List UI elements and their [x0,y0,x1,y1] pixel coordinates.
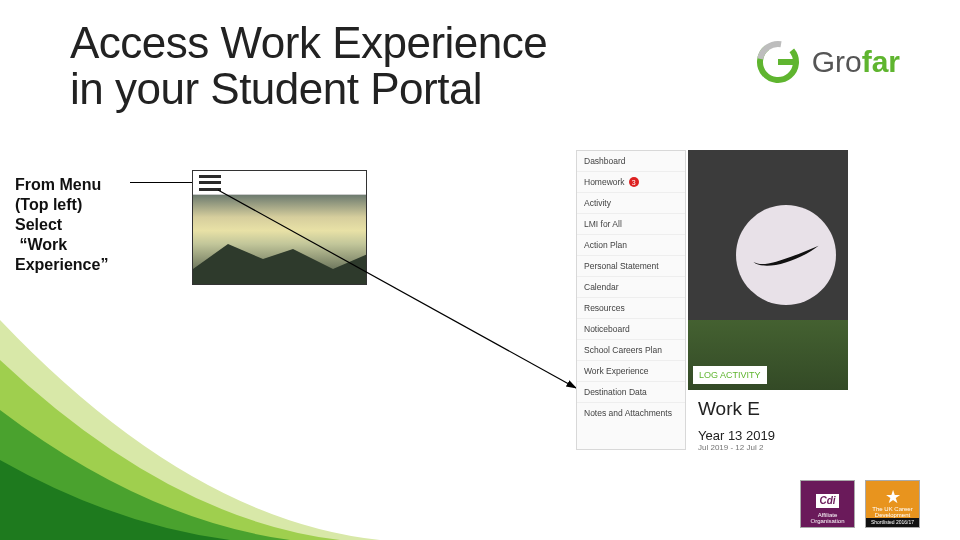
caption-line: “Work [15,235,130,255]
sidebar-item-notes: Notes and Attachments [577,403,685,423]
sidebar-item-destination-data: Destination Data [577,382,685,403]
cdi-logo-text: Cdi [816,494,838,508]
hamburger-icon [199,175,221,191]
svg-rect-2 [778,59,794,65]
brand-wordmark: Grofar [812,45,900,79]
cdi-caption: Affiliate Organisation [804,512,851,524]
sidebar-item-label: LMI for All [584,219,622,229]
sidebar-item-label: Action Plan [584,240,627,250]
ball-image [736,205,836,305]
sidebar-item-label: Personal Statement [584,261,659,271]
log-activity-button: LOG ACTIVITY [693,366,767,384]
sidebar-item-work-experience: Work Experience [577,361,685,382]
sidebar-item-resources: Resources [577,298,685,319]
corner-decoration [0,320,380,540]
sidebar-item-activity: Activity [577,193,685,214]
instruction-caption: From Menu (Top left) Select “Work Experi… [15,175,130,275]
cda-badge: ★ The UK Career Development Awards Short… [865,480,920,528]
sidebar-item-personal-statement: Personal Statement [577,256,685,277]
sidebar-item-label: School Careers Plan [584,345,662,355]
caption-line: Select [15,215,130,235]
mobile-background-image [193,195,366,284]
sidebar-item-lmi: LMI for All [577,214,685,235]
sidebar-item-label: Activity [584,198,611,208]
sidebar-item-dashboard: Dashboard [577,151,685,172]
sidebar-item-noticeboard: Noticeboard [577,319,685,340]
star-icon: ★ [885,488,901,506]
content-panel: Work E Year 13 2019 Jul 2019 - 12 Jul 2 [688,390,848,450]
date-range: Jul 2019 - 12 Jul 2 [698,443,838,450]
sidebar-item-label: Noticeboard [584,324,630,334]
mobile-screenshot [192,170,367,285]
caption-line: Experience” [15,255,130,275]
cda-bottom: Shortlisted 2016/17 [866,518,919,527]
sidebar-item-careers-plan: School Careers Plan [577,340,685,361]
grofar-g-icon [754,38,802,86]
connector-line [130,182,192,183]
sidebar-menu-screenshot: Dashboard Homework3 Activity LMI for All… [576,150,686,450]
sidebar-item-homework: Homework3 [577,172,685,193]
caption-line: From Menu [15,175,130,195]
work-experience-heading: Work E [698,398,838,420]
slide: Access Work Experience in your Student P… [0,0,960,540]
brand-gro: Gro [812,45,862,78]
content-screenshot: LOG ACTIVITY Work E Year 13 2019 Jul 201… [688,150,848,450]
slide-title: Access Work Experience in your Student P… [70,20,550,112]
cdi-badge: Cdi Affiliate Organisation [800,480,855,528]
sidebar-item-label: Work Experience [584,366,649,376]
footer-badges: Cdi Affiliate Organisation ★ The UK Care… [800,480,920,528]
caption-line: (Top left) [15,195,130,215]
sidebar-item-label: Destination Data [584,387,647,397]
year-line: Year 13 2019 [698,428,838,443]
svg-marker-3 [193,244,367,284]
sidebar-item-label: Resources [584,303,625,313]
notification-badge: 3 [629,177,639,187]
brand-logo: Grofar [754,38,900,86]
brand-far: far [862,45,900,78]
sidebar-item-label: Notes and Attachments [584,408,672,418]
sidebar-item-action-plan: Action Plan [577,235,685,256]
mobile-topbar [193,171,366,195]
sidebar-item-label: Dashboard [584,156,626,166]
sidebar-item-label: Homework [584,177,625,187]
sidebar-item-calendar: Calendar [577,277,685,298]
sidebar-item-label: Calendar [584,282,619,292]
